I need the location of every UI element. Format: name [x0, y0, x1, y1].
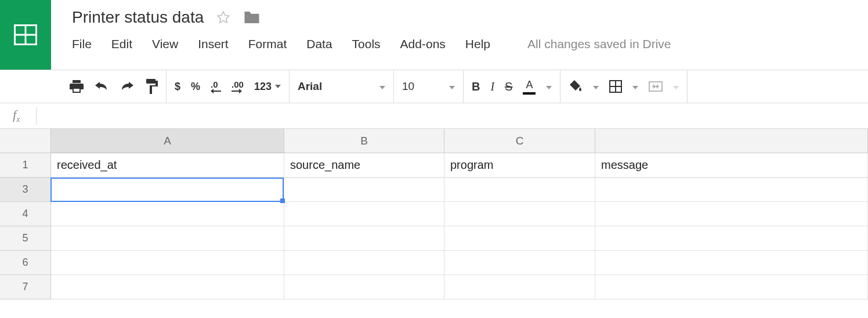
toolbar: $ % .0 .00 123 Arial 10 B I S A — [0, 70, 868, 103]
redo-icon[interactable] — [120, 82, 135, 91]
svg-rect-1 — [74, 89, 79, 92]
chevron-down-icon[interactable] — [632, 81, 638, 92]
fx-label: fx — [13, 107, 20, 124]
cell[interactable] — [51, 202, 284, 226]
format-percent-button[interactable]: % — [191, 81, 200, 93]
number-format-button[interactable]: 123 — [254, 81, 281, 93]
cell[interactable]: received_at — [51, 153, 284, 178]
column-header[interactable]: B — [284, 129, 444, 153]
cell[interactable]: program — [444, 153, 595, 178]
cell[interactable] — [444, 251, 595, 275]
chevron-down-icon[interactable] — [593, 81, 599, 92]
row-header[interactable]: 5 — [0, 226, 51, 251]
cell[interactable] — [284, 202, 444, 226]
menu-edit[interactable]: Edit — [111, 37, 132, 51]
column-header[interactable]: C — [444, 129, 595, 153]
italic-button[interactable]: I — [490, 80, 494, 93]
chevron-down-icon — [275, 85, 281, 88]
star-icon[interactable] — [216, 10, 230, 24]
cell[interactable]: source_name — [284, 153, 444, 178]
app-logo[interactable] — [0, 0, 51, 70]
bold-button[interactable]: B — [472, 80, 480, 93]
menu-tools[interactable]: Tools — [352, 37, 381, 51]
spreadsheet-grid: 1 3 4 5 6 7 A B C received_at source_nam… — [0, 129, 868, 299]
merge-cells-button[interactable] — [649, 81, 663, 92]
cell[interactable] — [444, 178, 595, 202]
save-status: All changes saved in Drive — [527, 37, 671, 51]
menu-addons[interactable]: Add-ons — [400, 37, 446, 51]
cell[interactable] — [51, 178, 284, 202]
chevron-down-icon[interactable] — [546, 81, 552, 92]
row-header[interactable]: 7 — [0, 275, 51, 299]
folder-icon[interactable] — [243, 10, 261, 25]
text-color-button[interactable]: A — [523, 79, 536, 95]
menu-view[interactable]: View — [152, 37, 178, 51]
cell[interactable] — [51, 275, 284, 299]
cell[interactable] — [595, 178, 868, 202]
chevron-down-icon[interactable] — [673, 81, 679, 92]
cell[interactable] — [284, 226, 444, 251]
cell[interactable] — [595, 251, 868, 275]
svg-rect-4 — [150, 86, 152, 94]
cell[interactable] — [284, 275, 444, 299]
borders-button[interactable] — [609, 80, 622, 93]
chevron-down-icon[interactable] — [379, 81, 385, 92]
menu-data[interactable]: Data — [306, 37, 332, 51]
format-currency-button[interactable]: $ — [175, 81, 180, 93]
cell[interactable] — [284, 178, 444, 202]
increase-decimal-button[interactable]: .00 — [232, 80, 244, 93]
cell[interactable] — [595, 202, 868, 226]
cell[interactable] — [444, 202, 595, 226]
cell[interactable] — [284, 251, 444, 275]
font-size-select[interactable]: 10 — [402, 80, 414, 93]
sheets-icon — [14, 24, 37, 45]
font-family-select[interactable]: Arial — [298, 80, 322, 93]
cell[interactable] — [444, 275, 595, 299]
menu-insert[interactable]: Insert — [198, 37, 229, 51]
cell[interactable]: message — [595, 153, 868, 178]
row-header[interactable]: 3 — [0, 178, 51, 202]
strikethrough-button[interactable]: S — [505, 80, 512, 93]
print-icon[interactable] — [70, 80, 84, 93]
chevron-down-icon[interactable] — [449, 81, 455, 92]
menu-file[interactable]: File — [72, 37, 92, 51]
fill-color-button[interactable] — [569, 80, 583, 93]
cell[interactable] — [595, 226, 868, 251]
document-title[interactable]: Printer status data — [72, 8, 204, 27]
menu-help[interactable]: Help — [465, 37, 490, 51]
column-header[interactable] — [595, 129, 868, 153]
svg-marker-0 — [218, 12, 229, 23]
row-header[interactable]: 6 — [0, 251, 51, 275]
cell[interactable] — [51, 251, 284, 275]
menu-format[interactable]: Format — [248, 37, 287, 51]
svg-rect-2 — [73, 80, 81, 83]
column-header[interactable]: A — [51, 129, 284, 153]
svg-rect-3 — [146, 79, 155, 84]
paint-format-icon[interactable] — [145, 79, 158, 94]
menubar: File Edit View Insert Format Data Tools … — [72, 37, 868, 51]
undo-icon[interactable] — [94, 82, 109, 91]
row-header[interactable]: 4 — [0, 202, 51, 226]
select-all-corner[interactable] — [0, 129, 51, 153]
row-header[interactable]: 1 — [0, 153, 51, 178]
cell[interactable] — [444, 226, 595, 251]
decrease-decimal-button[interactable]: .0 — [211, 80, 221, 93]
formula-bar: fx — [0, 103, 868, 129]
cell[interactable] — [51, 226, 284, 251]
cell[interactable] — [595, 275, 868, 299]
